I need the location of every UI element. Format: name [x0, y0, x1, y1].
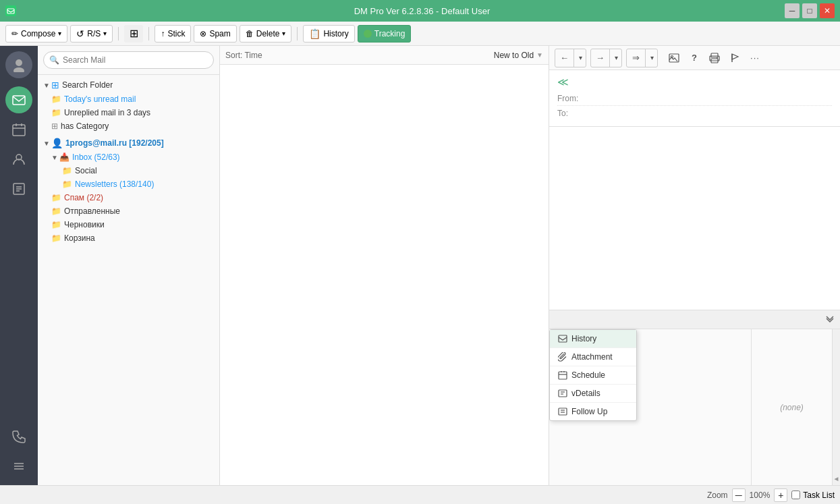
avatar-icon[interactable]: [5, 51, 32, 78]
more-button[interactable]: ···: [746, 49, 764, 67]
svg-point-17: [671, 55, 673, 57]
message-body: [549, 127, 840, 310]
search-folder-label: Search Folder: [62, 80, 113, 90]
image-button[interactable]: [665, 49, 683, 67]
print-button[interactable]: [705, 49, 724, 67]
rs-button[interactable]: ↺ R/S ▾: [70, 25, 113, 43]
back-button[interactable]: ←: [555, 49, 574, 67]
rs-icon: ↺: [76, 28, 84, 39]
svg-point-2: [13, 67, 24, 72]
tasks-icon[interactable]: [5, 175, 32, 202]
compose-dropdown-arrow[interactable]: ▾: [58, 30, 61, 37]
sort-bar: Sort: Time New to Old ▼: [220, 46, 549, 65]
folder-panel: 🔍 ▼ ⊞ Search Folder 📁 Today's unread mai…: [38, 46, 220, 485]
zoom-plus-button[interactable]: +: [774, 488, 787, 502]
spam-icon: ⊗: [200, 29, 206, 38]
spam-button[interactable]: ⊗ Spam: [194, 25, 236, 43]
svg-point-1: [16, 59, 22, 66]
flag-button[interactable]: [725, 49, 744, 67]
unreplied-item[interactable]: 📁 Unreplied mail in 3 days: [38, 106, 219, 119]
sidebar-bottom: [5, 423, 32, 480]
task-list-label: Task List: [803, 491, 835, 500]
sidebar-icons: [0, 46, 38, 485]
history-dropdown-item[interactable]: History: [550, 330, 636, 348]
title-bar: DM Pro Ver 6.2.8.36 - Default User ─ □ ✕: [0, 0, 840, 22]
back-dropdown-button[interactable]: ▾: [575, 49, 586, 67]
delete-dropdown-arrow[interactable]: ▾: [282, 30, 285, 37]
social-label: Social: [75, 166, 97, 175]
toolbar-separator-1: [118, 27, 119, 40]
history-button[interactable]: 📋 History: [303, 25, 354, 43]
inbox-item[interactable]: ▼ 📥 Inbox (52/63): [38, 150, 219, 164]
unreplied-label: Unreplied mail in 3 days: [64, 108, 150, 117]
task-list-checkbox-wrap[interactable]: Task List: [791, 491, 835, 500]
followup-dropdown-item[interactable]: Follow Up: [550, 403, 636, 420]
toolbar: ✏ Compose ▾ ↺ R/S ▾ ⊞ ↑ Stick ⊗ Spam 🗑 D…: [0, 22, 840, 46]
trash-item[interactable]: 📁 Корзина: [38, 231, 219, 245]
content-area: 🔍 ▼ ⊞ Search Folder 📁 Today's unread mai…: [0, 46, 840, 485]
compose-button[interactable]: ✏ Compose ▾: [5, 25, 67, 43]
reading-pane: ← ▾ → ▾ ⇒ ▾ ?: [549, 46, 840, 485]
attachment-dropdown-item[interactable]: Attachment: [550, 348, 636, 366]
rs-dropdown-arrow[interactable]: ▾: [103, 30, 107, 37]
vertical-scrollbar[interactable]: ◄: [832, 329, 840, 485]
reading-toolbar: ← ▾ → ▾ ⇒ ▾ ?: [549, 46, 840, 70]
app-title: DM Pro Ver 6.2.8.36 - Default User: [59, 6, 785, 16]
newsletters-item[interactable]: 📁 Newsletters (138/140): [38, 177, 219, 191]
bottom-left: History Attachment Schedule: [549, 329, 751, 485]
forward-dropdown-button[interactable]: ▾: [611, 49, 621, 67]
filter-button[interactable]: ⊞: [124, 25, 143, 43]
today-unread-item[interactable]: 📁 Today's unread mail: [38, 92, 219, 106]
today-unread-icon: 📁: [51, 94, 61, 104]
search-folder-item[interactable]: ▼ ⊞ Search Folder: [38, 78, 219, 92]
calendar-icon[interactable]: [5, 116, 32, 143]
forward-button[interactable]: →: [591, 49, 610, 67]
zoom-minus-button[interactable]: ─: [732, 488, 746, 502]
schedule-dropdown-item[interactable]: Schedule: [550, 366, 636, 385]
contacts-icon[interactable]: [5, 146, 32, 173]
next-dropdown-button[interactable]: ▾: [646, 49, 657, 67]
drafts-item[interactable]: 📁 Черновики: [38, 218, 219, 231]
none-text: (none): [780, 403, 804, 412]
today-unread-label: Today's unread mail: [64, 94, 136, 104]
next-button[interactable]: ⇒: [627, 49, 646, 67]
mail-icon[interactable]: [5, 86, 32, 113]
task-list-checkbox[interactable]: [791, 491, 800, 499]
has-category-item[interactable]: ⊞ has Category: [38, 119, 219, 133]
account-label: 1progs@mail.ru [192/205]: [65, 138, 164, 148]
search-input[interactable]: [43, 51, 214, 69]
social-icon: 📁: [62, 166, 72, 175]
inbox-label: Inbox (52/63): [72, 152, 120, 162]
svg-rect-32: [559, 408, 567, 415]
scroll-down-arrow[interactable]: ◄: [833, 475, 840, 482]
vdetails-dropdown-item[interactable]: vDetails: [550, 385, 636, 403]
status-bar: Zoom ─ 100% + Task List: [0, 485, 840, 504]
collapse-button[interactable]: [822, 312, 837, 327]
bottom-panel: History Attachment Schedule: [549, 310, 840, 485]
close-button[interactable]: ✕: [820, 3, 835, 18]
help-button[interactable]: ?: [685, 49, 704, 67]
search-folder-icon: ⊞: [51, 80, 59, 90]
menu-icon[interactable]: [5, 453, 32, 480]
sent-item[interactable]: 📁 Отправленные: [38, 204, 219, 218]
svg-rect-18: [711, 53, 718, 57]
stick-button[interactable]: ↑ Stick: [155, 25, 191, 43]
newsletters-label: Newsletters (138/140): [75, 179, 154, 189]
spam-item[interactable]: 📁 Спам (2/2): [38, 191, 219, 204]
delete-icon: 🗑: [246, 29, 254, 38]
social-item[interactable]: 📁 Social: [38, 164, 219, 177]
maximize-button[interactable]: □: [802, 3, 817, 18]
collapse-icon-inbox: ▼: [51, 154, 58, 161]
collapse-icon-search: ▼: [43, 82, 50, 89]
minimize-button[interactable]: ─: [785, 3, 800, 18]
phone-icon[interactable]: [5, 423, 32, 450]
expand-arrows-icon[interactable]: ≪: [557, 76, 569, 88]
svg-rect-24: [559, 335, 567, 342]
bottom-content: History Attachment Schedule: [549, 329, 840, 485]
delete-button[interactable]: 🗑 Delete ▾: [240, 25, 292, 43]
svg-rect-29: [559, 390, 567, 397]
sort-value[interactable]: New to Old ▼: [494, 51, 543, 60]
from-label: From:: [557, 94, 584, 103]
account-item[interactable]: ▼ 👤 1progs@mail.ru [192/205]: [38, 136, 219, 150]
tracking-button[interactable]: Tracking: [358, 25, 412, 43]
